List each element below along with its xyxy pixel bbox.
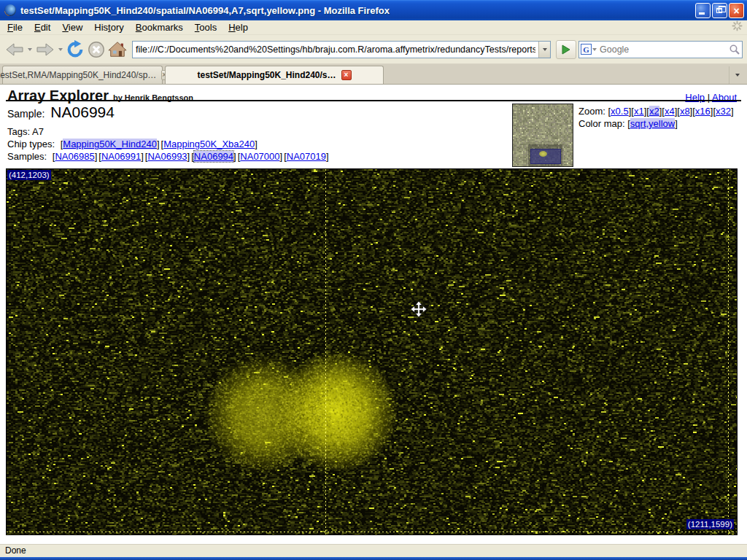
sample-name: NA06994 — [50, 104, 115, 121]
chip-type-option: Mapping50K_Xba240 — [161, 139, 258, 149]
chevron-down-icon — [543, 48, 547, 51]
tab-label: testSet/Mapping50K_Hind240/s… — [197, 70, 336, 80]
home-button[interactable] — [108, 39, 127, 61]
menu-bar: File Edit View History Bookmarks Tools H… — [0, 20, 747, 35]
close-button[interactable]: × — [729, 3, 744, 18]
page-content: Array Explorer by Henrik Bengtsson Help … — [0, 85, 747, 543]
sample-link-na07000[interactable]: NA07000 — [240, 151, 279, 162]
search-engine-dropdown-icon[interactable] — [592, 48, 597, 51]
zoom-option: x8 — [677, 106, 692, 117]
sample-option: NA06993 — [145, 151, 190, 162]
sample-link-na07019[interactable]: NA07019 — [287, 151, 326, 162]
zoom-x1[interactable]: x1 — [634, 106, 644, 117]
tab-label: testSet,RMA/Mapping50K_Hind240/sp… — [0, 70, 156, 80]
zoom-option: x4 — [662, 106, 677, 117]
chip-type-link-xba240[interactable]: Mapping50K_Xba240 — [163, 139, 255, 149]
activity-throbber-icon — [732, 20, 743, 34]
menu-tools[interactable]: Tools — [189, 21, 222, 34]
menu-file[interactable]: File — [1, 21, 28, 34]
stop-button[interactable] — [87, 39, 106, 61]
array-image-canvas[interactable] — [7, 169, 737, 534]
zoom-option: x1 — [631, 106, 646, 117]
colormap-option: sqrt,yellow — [627, 118, 678, 129]
forward-arrow-icon — [35, 42, 55, 58]
firefox-logo-icon — [4, 4, 16, 16]
sample-option: NA06991 — [98, 151, 143, 162]
colormap-label: Color map: — [578, 118, 625, 129]
back-arrow-icon — [4, 42, 25, 58]
window-title: testSet/Mapping50K_Hind240/spatial/NA069… — [20, 5, 695, 16]
tab-testset-rma[interactable]: testSet,RMA/Mapping50K_Hind240/sp… × — [2, 66, 163, 84]
reload-icon — [66, 40, 85, 59]
viewer-controls: Zoom: x0.5x1x2x4x8x16x32 Color map: sqrt… — [578, 105, 734, 130]
back-dropdown-icon[interactable] — [28, 48, 32, 51]
top-left-coordinate: (412,1203) — [7, 170, 51, 180]
home-icon — [108, 41, 127, 58]
navigator-thumbnail[interactable] — [512, 104, 573, 167]
zoom-option: x32 — [713, 106, 733, 117]
sample-link-na06994[interactable]: NA06994 — [194, 151, 233, 162]
sample-label: Sample: — [7, 108, 44, 120]
zoom-x8[interactable]: x8 — [680, 106, 690, 117]
go-arrow-icon — [560, 44, 572, 55]
stop-icon — [87, 40, 106, 59]
forward-button[interactable] — [35, 39, 55, 61]
zoom-x4[interactable]: x4 — [665, 106, 675, 117]
samples-row: Samples: NA06985NA06991NA06993NA06994NA0… — [7, 151, 329, 162]
sample-row: Sample: NA06994 — [7, 104, 329, 121]
zoom-option: x2 — [646, 106, 662, 117]
tab-list-dropdown[interactable] — [729, 66, 745, 84]
menu-bookmarks[interactable]: Bookmarks — [130, 21, 189, 34]
zoom-x0-5[interactable]: x0.5 — [611, 106, 629, 117]
sample-link-na06993[interactable]: NA06993 — [147, 151, 187, 162]
zoom-row: Zoom: x0.5x1x2x4x8x16x32 — [578, 105, 734, 117]
sample-link-na06991[interactable]: NA06991 — [101, 151, 141, 162]
chip-types-label: Chip types: — [7, 139, 55, 149]
search-input[interactable] — [597, 44, 729, 55]
reload-button[interactable] — [66, 39, 85, 61]
forward-dropdown-icon[interactable] — [58, 48, 63, 51]
zoom-x32[interactable]: x32 — [716, 106, 731, 117]
minimize-button[interactable] — [695, 3, 711, 18]
title-bar: testSet/Mapping50K_Hind240/spatial/NA069… — [0, 0, 747, 20]
array-image-viewer[interactable]: (412,1203) (1211,1599) — [6, 168, 738, 535]
chip-type-link-hind240[interactable]: Mapping50K_Hind240 — [63, 139, 157, 149]
move-cursor-icon — [411, 301, 427, 317]
sample-info: Sample: NA06994 Tags: A7 Chip types: Map… — [7, 104, 329, 162]
search-icon[interactable] — [729, 44, 740, 55]
search-bar: G — [578, 41, 743, 58]
menu-edit[interactable]: Edit — [28, 21, 56, 34]
menu-view[interactable]: View — [56, 21, 88, 34]
restore-button[interactable] — [712, 3, 727, 18]
tags-value: A7 — [32, 126, 44, 137]
url-input[interactable] — [133, 44, 538, 55]
status-bar: Done — [0, 543, 747, 557]
chip-type-option: Mapping50K_Hind240 — [61, 139, 160, 149]
page-title: Array Explorer — [7, 88, 109, 104]
window-bottom-border — [0, 557, 747, 560]
menu-history[interactable]: History — [88, 21, 129, 34]
sample-link-na06985[interactable]: NA06985 — [55, 151, 94, 162]
tab-testset-active[interactable]: testSet/Mapping50K_Hind240/s… × — [165, 66, 384, 84]
close-icon: × — [729, 4, 743, 18]
zoom-x16[interactable]: x16 — [695, 106, 711, 117]
tab-close-icon[interactable]: × — [341, 70, 352, 80]
go-button[interactable] — [556, 40, 576, 59]
chip-types-row: Chip types: Mapping50K_Hind240Mapping50K… — [7, 139, 329, 149]
url-bar — [132, 41, 551, 58]
sample-option: NA06994 — [191, 151, 236, 162]
google-engine-icon[interactable]: G — [581, 44, 592, 55]
tags-row: Tags: A7 — [7, 126, 329, 137]
zoom-x2[interactable]: x2 — [649, 106, 659, 117]
menu-help[interactable]: Help — [222, 21, 254, 34]
status-text: Done — [5, 545, 26, 556]
url-history-dropdown[interactable] — [538, 42, 550, 58]
sample-option: NA06985 — [53, 151, 97, 162]
colormap-sqrt-yellow[interactable]: sqrt,yellow — [630, 118, 675, 129]
minimize-icon — [699, 12, 705, 15]
window-controls: × — [695, 3, 744, 18]
back-button[interactable] — [4, 39, 25, 61]
bottom-right-coordinate: (1211,1599) — [686, 519, 734, 529]
chevron-down-icon — [735, 74, 740, 77]
colormap-row: Color map: sqrt,yellow — [578, 117, 734, 130]
